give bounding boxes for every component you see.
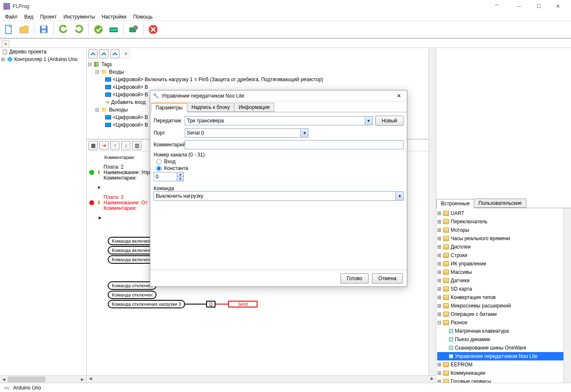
save-button[interactable]: [37, 22, 51, 37]
open-file-button[interactable]: [17, 22, 31, 37]
exp[interactable]: ⊞: [437, 261, 441, 267]
radio-input-row[interactable]: Вход: [156, 159, 404, 164]
maximize-button[interactable]: ☐: [529, 0, 548, 13]
send-block[interactable]: Send: [228, 301, 258, 307]
library-item[interactable]: Массивы: [451, 269, 472, 275]
center-vertical-scrollbar[interactable]: [428, 48, 436, 375]
tags-root[interactable]: Tags: [101, 61, 112, 67]
chevron-down-icon[interactable]: ▾: [365, 117, 372, 125]
inputs-node[interactable]: Входы: [109, 69, 124, 75]
tags-btn-3[interactable]: [110, 49, 120, 58]
exp[interactable]: ⊟: [95, 107, 99, 113]
tab-caption[interactable]: Надпись к блоку: [187, 103, 234, 112]
new-file-button[interactable]: [2, 22, 16, 37]
pin-q[interactable]: Q: [206, 301, 215, 307]
chevron-down-icon[interactable]: ▾: [300, 129, 308, 137]
resize-handle-icon[interactable]: ↔: [494, 2, 499, 8]
ok-button[interactable]: Готово: [340, 273, 369, 283]
exp[interactable]: ⊞: [437, 311, 441, 317]
transmitter-combo[interactable]: Три трансивера ▾: [185, 116, 373, 125]
command-combo[interactable]: Выключить нагрузку ▾: [154, 191, 404, 201]
library-item[interactable]: Коммуникации: [451, 370, 485, 376]
misc-folder[interactable]: Разное: [451, 320, 467, 326]
library-item[interactable]: UART: [451, 210, 464, 216]
exp[interactable]: ⊞: [437, 236, 441, 241]
undo-button[interactable]: [56, 22, 71, 37]
library-vertical-scrollbar[interactable]: [563, 208, 571, 383]
menu-view[interactable]: Вид: [21, 13, 37, 21]
exp[interactable]: ⊞: [437, 219, 441, 225]
project-settings-button[interactable]: [126, 22, 141, 37]
scroll-left-arrow[interactable]: ◄: [0, 376, 8, 383]
exp[interactable]: ⊞: [437, 252, 441, 258]
dialog-close-button[interactable]: ✕: [393, 91, 404, 101]
off-cmd-2[interactable]: Команда отключен: [108, 291, 157, 299]
minimize-button[interactable]: ─: [510, 0, 529, 13]
spinner-value[interactable]: 0: [154, 172, 177, 181]
library-leaf[interactable]: Сканирование шины OneWare: [455, 345, 526, 351]
library-leaf[interactable]: Управление передатчиком Noo Lite: [455, 353, 538, 359]
dialog-titlebar[interactable]: 🔧 Управление передатчиком Noo Lite ✕: [150, 90, 407, 101]
library-leaf[interactable]: Матричная клавиатура: [455, 328, 509, 334]
menu-file[interactable]: Файл: [2, 13, 21, 21]
library-item[interactable]: Строки: [451, 252, 467, 258]
library-item[interactable]: Моторы: [451, 227, 469, 233]
exp[interactable]: ⊞: [437, 227, 441, 233]
off-cmd-3[interactable]: Команда отключения нагрузки 3: [108, 300, 185, 308]
menu-project[interactable]: Проект: [37, 13, 60, 21]
library-item[interactable]: Микросхемы расширений: [451, 303, 511, 309]
library-item[interactable]: ИК управление: [451, 261, 486, 267]
exp[interactable]: ⊟: [437, 320, 441, 326]
scroll-thumb[interactable]: [8, 376, 45, 382]
scroll-right-arrow[interactable]: ►: [428, 376, 436, 383]
chevron-down-icon[interactable]: ▾: [396, 192, 403, 200]
diag-btn-down[interactable]: ↓: [121, 141, 130, 150]
in2[interactable]: <Цифровой> В: [113, 84, 148, 90]
radio-input[interactable]: [156, 159, 162, 164]
compile-button[interactable]: [91, 22, 106, 37]
library-item[interactable]: Датчики: [451, 278, 470, 283]
left-horizontal-scrollbar[interactable]: ◄ ►: [0, 375, 86, 383]
radio-const[interactable]: [156, 166, 162, 171]
tab-user[interactable]: Пользовательские: [474, 199, 526, 208]
library-item[interactable]: SD карта: [451, 286, 472, 292]
exp[interactable]: ⊞: [437, 244, 441, 250]
library-item[interactable]: Конвертация типов: [451, 294, 496, 300]
library-item[interactable]: Часы реального времени: [451, 236, 510, 241]
tab-params[interactable]: Параметры: [151, 103, 187, 112]
center-horizontal-scrollbar[interactable]: ◄ ►: [87, 375, 436, 383]
outputs-node[interactable]: Выходы: [109, 107, 128, 113]
menu-tools[interactable]: Инструменты: [60, 13, 98, 21]
add-input[interactable]: Добавить вход: [111, 99, 146, 105]
exp[interactable]: ⊟: [95, 69, 99, 75]
tab-info[interactable]: Информация: [234, 103, 274, 112]
stop-button[interactable]: [146, 22, 160, 37]
library-item[interactable]: EEPROM: [451, 362, 473, 368]
in1[interactable]: <Цифровой> Включить нагрузку 1 = Pin5 (З…: [113, 77, 323, 82]
exp[interactable]: ⊞: [437, 303, 441, 309]
diag-btn-2[interactable]: ⇥: [99, 141, 109, 150]
menu-help[interactable]: Помощь: [130, 13, 156, 21]
exp[interactable]: ⊞: [437, 210, 441, 216]
out1[interactable]: <Цифровой> В: [113, 114, 148, 120]
exp[interactable]: ⊞: [437, 269, 441, 275]
tree-expander[interactable]: ⊞: [1, 56, 5, 62]
library-item[interactable]: Готовые сервисы: [451, 379, 491, 383]
exp[interactable]: ⊞: [437, 294, 441, 300]
radio-const-row[interactable]: Константа: [156, 165, 404, 171]
redo-button[interactable]: [72, 22, 86, 37]
cancel-button[interactable]: Отмена: [372, 273, 403, 283]
exp[interactable]: ⊞: [437, 379, 441, 383]
tab-builtin[interactable]: Встроенные: [436, 199, 474, 208]
menu-settings[interactable]: Настройки: [98, 13, 130, 21]
out2[interactable]: <Цифровой> В: [113, 122, 148, 128]
tags-btn-1[interactable]: [88, 49, 98, 58]
tags-btn-2[interactable]: [99, 49, 109, 58]
library-item[interactable]: Переключатель: [451, 219, 487, 225]
exp[interactable]: ⊞: [437, 370, 441, 376]
library-item[interactable]: Операции с битами: [451, 311, 497, 317]
exp[interactable]: ⊟: [88, 61, 92, 67]
port-combo[interactable]: Serial 0 ▾: [185, 128, 308, 138]
document-tab[interactable]: ★: [2, 40, 9, 48]
library-item[interactable]: Дисплеи: [451, 244, 471, 250]
